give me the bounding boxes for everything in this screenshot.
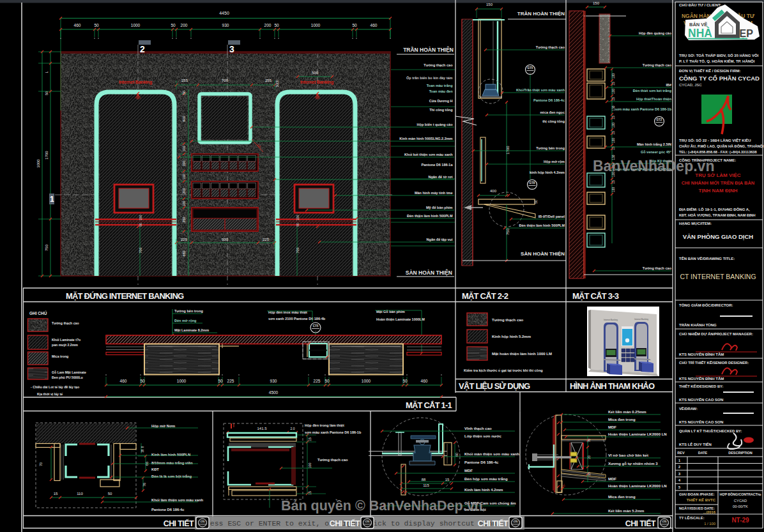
svg-text:KTS NGUYỄN ĐÌNH TÂM: KTS NGUYỄN ĐÌNH TÂM <box>679 376 724 381</box>
svg-text:Kính hộp hình 5.2mm: Kính hộp hình 5.2mm <box>492 335 531 338</box>
svg-text:Tường thạch cao: Tường thạch cao <box>643 266 672 270</box>
svg-text:TRỤ SỞ: TOÀ THÁP BIDV, SỐ 35 H: TRỤ SỞ: TOÀ THÁP BIDV, SỐ 35 HÀNG VÔI <box>679 53 759 57</box>
svg-text:50: 50 <box>325 379 330 383</box>
svg-text:Mica trong: Mica trong <box>52 354 68 358</box>
svg-text:Pantone D6 186-4c: Pantone D6 186-4c <box>533 98 565 102</box>
svg-text:Vĩnh thạch cao: Vĩnh thạch cao <box>464 427 492 430</box>
svg-text:Hộp mở Nơm: Hộp mở Nơm <box>151 424 175 428</box>
svg-text:225: 225 <box>227 379 234 383</box>
svg-text:110: 110 <box>77 492 83 496</box>
svg-text:255: 255 <box>265 79 272 82</box>
svg-text:4500: 4500 <box>269 390 279 395</box>
svg-text:100: 100 <box>296 215 300 220</box>
svg-text:Vĩ nở bao chờ liên kết: Vĩ nở bao chờ liên kết <box>608 453 648 457</box>
svg-text:Cửa Dương H: Cửa Dương H <box>429 99 453 103</box>
svg-text:CT5: CT5 <box>201 521 205 523</box>
svg-text:Mica đen trong: Mica đen trong <box>608 418 636 422</box>
svg-text:1000: 1000 <box>131 23 141 27</box>
svg-text:thị công tổng: thị công tổng <box>542 119 565 123</box>
svg-text:GT5: GT5 <box>528 66 533 70</box>
svg-text:TỊNH NAM ĐỊNH: TỊNH NAM ĐỊNH <box>699 188 738 194</box>
svg-text:Hộp mở rộm: Hộp mở rộm <box>544 160 565 163</box>
svg-text:3: 3 <box>229 44 234 54</box>
svg-text:pan muýt 2.2mm: pan muýt 2.2mm <box>52 343 78 347</box>
svg-text:150: 150 <box>486 3 493 6</box>
svg-text:TRẦN HOÀN THIỆN: TRẦN HOÀN THIỆN <box>403 46 454 53</box>
svg-text:1000: 1000 <box>311 23 321 27</box>
svg-text:TRỤ SỐ: SỐ 22 - 16B4 LÀNG VIỆT: TRỤ SỐ: SỐ 22 - 16B4 LÀNG VIỆT KIỀU <box>679 138 751 142</box>
svg-text:Hộp đèn trong làm thiệt: Hộp đèn trong làm thiệt <box>305 423 344 427</box>
svg-text:88: 88 <box>422 478 426 482</box>
svg-text:100: 100 <box>612 138 615 143</box>
svg-text:HỢP ĐỒNG/CONTRACT№: HỢP ĐỒNG/CONTRACT№ <box>720 492 761 496</box>
svg-text:CT5: CT5 <box>514 521 518 523</box>
svg-text:Thi công tổng: Thi công tổng <box>429 108 452 112</box>
svg-text:Ngăn để tờ rơi: Ngăn để tờ rơi <box>428 175 453 179</box>
svg-text:Ngăn để tập vui: Ngăn để tập vui <box>427 238 453 241</box>
svg-text:SÀN HOÀN THIỆN: SÀN HOÀN THIỆN <box>521 251 565 257</box>
svg-text:DESCRIPTION: DESCRIPTION <box>728 451 753 455</box>
svg-text:REV: REV <box>677 451 685 455</box>
svg-text:2.0: 2.0 <box>291 427 295 430</box>
svg-text:- Chiều dài Lot tế lấy đề lấy: - Chiều dài Lot tế lấy đề lấy tạo <box>31 385 79 389</box>
svg-text:700: 700 <box>139 247 142 253</box>
svg-text:IB-9T/Dell panel: IB-9T/Dell panel <box>539 215 565 218</box>
svg-text:CT5: CT5 <box>662 521 667 523</box>
svg-text:680: 680 <box>182 250 186 256</box>
svg-text:CHI TIẾT: CHI TIẾT <box>625 519 656 528</box>
svg-text:100: 100 <box>612 89 615 94</box>
svg-text:00-00/TK: 00-00/TK <box>733 505 748 508</box>
svg-text:50: 50 <box>139 223 142 227</box>
svg-text:225: 225 <box>181 238 188 241</box>
svg-text:Kiểm tra kịch thước ố gạt tại: Kiểm tra kịch thước ố gạt tại trước khi … <box>464 369 543 372</box>
svg-text:3000: 3000 <box>36 159 40 168</box>
svg-text:CHỦ NHIỆM DỰ ÁN/PROJECT MANAGE: CHỦ NHIỆM DỰ ÁN/PROJECT MANAGER: <box>679 331 753 336</box>
svg-text:5: 5 <box>678 485 680 489</box>
svg-text:Màn hình máy tính tme: Màn hình máy tính tme <box>415 191 453 195</box>
svg-text:VẬT LIỆU SỬ DỤNG: VẬT LIỆU SỬ DỤNG <box>459 381 530 391</box>
svg-text:100: 100 <box>182 174 186 179</box>
svg-text:sơn màu xanh Pantone D6 186-1b: sơn màu xanh Pantone D6 186-1b <box>615 107 672 111</box>
svg-text:15: 15 <box>587 472 591 476</box>
svg-text:GHI CHÚ: GHI CHÚ <box>29 310 47 315</box>
svg-text:50: 50 <box>296 223 300 227</box>
svg-text:76: 76 <box>142 483 146 487</box>
svg-text:Internet Banking: Internet Banking <box>300 80 333 85</box>
svg-text:200: 200 <box>182 160 186 166</box>
svg-text:50: 50 <box>182 91 186 95</box>
svg-text:.../2016: .../2016 <box>703 510 716 514</box>
svg-text:CHỦ TRÌ THIẾT KẾ/SENIOR DESIGN: CHỦ TRÌ THIẾT KẾ/SENIOR DESIGNER: <box>679 360 749 365</box>
svg-text:GIAI ĐOẠN /PHASE:: GIAI ĐOẠN /PHASE: <box>679 492 715 496</box>
svg-text:mica đen ngọc: mica đen ngọc <box>540 110 565 114</box>
svg-text:50: 50 <box>352 23 357 27</box>
svg-text:Khối Laminate t?o: Khối Laminate t?o <box>52 338 80 342</box>
svg-text:Đèn thiết sơn kết trắng: Đèn thiết sơn kết trắng <box>633 89 671 93</box>
svg-text:SÀN HOÀN THIỆN: SÀN HOÀN THIỆN <box>406 269 452 276</box>
svg-text:1700: 1700 <box>506 146 510 155</box>
svg-text:1700: 1700 <box>45 151 49 160</box>
svg-text:50: 50 <box>108 492 112 496</box>
svg-text:GT8: GT8 <box>530 181 535 185</box>
svg-text:ĐỊA ĐIỂM: LÔ 19-1-1, ĐƯờNG ĐÔN: ĐỊA ĐIỂM: LÔ 19-1-1, ĐƯờNG ĐÔNG A, <box>679 207 750 211</box>
svg-text:700: 700 <box>222 79 229 82</box>
svg-text:200: 200 <box>182 188 186 194</box>
svg-text:THIẾT KẾ BVTC: THIẾT KẾ BVTC <box>687 498 716 502</box>
svg-text:Tường bên trong: Tường bên trong <box>174 309 203 313</box>
svg-text:HẠNG MỤC/ITEM:: HẠNG MỤC/ITEM: <box>679 222 712 225</box>
svg-text:115: 115 <box>423 483 429 487</box>
svg-text:2: 2 <box>678 465 680 469</box>
svg-text:255: 255 <box>181 79 188 82</box>
svg-text:TEL: (+84)4.858.858.68 - FAX:: TEL: (+84)4.858.858.68 - FAX: (+84)4.331… <box>679 150 757 154</box>
svg-text:Mỹ để bàn phím: Mỹ để bàn phím <box>426 206 453 209</box>
svg-text:TÊN BẢN VẼ/DRAWING TITLE:: TÊN BẢN VẼ/DRAWING TITLE: <box>679 256 735 261</box>
svg-text:Đèn mở rộng: Đèn mở rộng <box>174 319 196 323</box>
svg-text:P. LÝ THÁI TỔ, Q. HOÀN KIẾM, T: P. LÝ THÁI TỔ, Q. HOÀN KIẾM, TP. HÀNỘI <box>679 59 755 63</box>
svg-text:Internet Banking: Internet Banking <box>604 319 618 321</box>
svg-text:1000: 1000 <box>177 379 187 383</box>
svg-text:Kính màn hình 500SLNG.2.2mm: Kính màn hình 500SLNG.2.2mm <box>399 137 452 141</box>
svg-text:3: 3 <box>678 472 680 476</box>
svg-text:CT INTERNET BANKING: CT INTERNET BANKING <box>680 273 756 280</box>
svg-text:CHỦ ĐẦU TƯ / CLIENT:: CHỦ ĐẦU TƯ / CLIENT: <box>679 3 721 7</box>
svg-text:60: 60 <box>455 453 459 457</box>
svg-text:CHÂU ÂU, P.MỖ LAO, QUẬN HÀ ĐÔN: CHÂU ÂU, P.MỖ LAO, QUẬN HÀ ĐÔNG, TP.HÀNỘ… <box>679 144 764 148</box>
